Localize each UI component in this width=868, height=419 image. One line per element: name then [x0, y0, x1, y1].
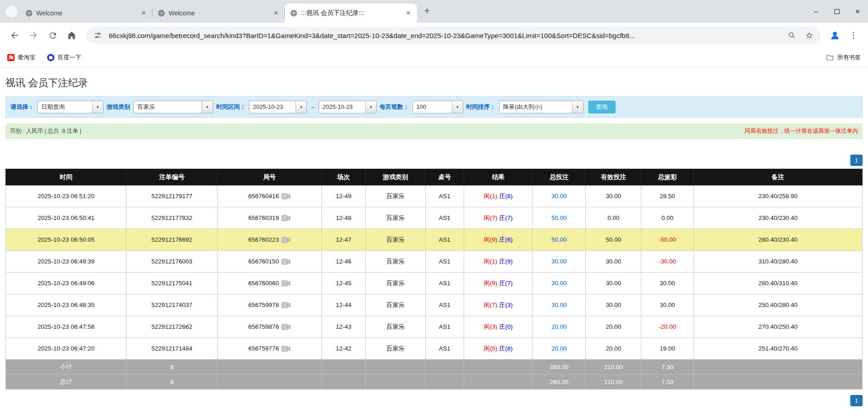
total-bet-link[interactable]: 20.00: [551, 345, 567, 352]
cell-game-type: 百家乐: [365, 294, 425, 316]
chevron-down-icon[interactable]: ▼: [92, 101, 103, 113]
zoom-icon[interactable]: [786, 29, 798, 42]
table-row[interactable]: 2025-10-23 06:49:06522912175041656760060…: [6, 273, 863, 294]
cell-round-id: 656760223: [217, 229, 322, 251]
chevron-down-icon[interactable]: ▼: [365, 101, 376, 113]
page-button-1[interactable]: 1: [850, 155, 863, 166]
home-icon[interactable]: [63, 27, 80, 44]
bookmark-star-icon[interactable]: [803, 29, 815, 42]
tab-search-button[interactable]: [5, 5, 17, 17]
url-bar[interactable]: 66cxkj98.com/game/betrecord_search/kind3…: [86, 27, 821, 44]
menu-kebab-icon[interactable]: [845, 27, 862, 44]
close-tab-icon[interactable]: ✕: [404, 9, 412, 17]
total-bet-link[interactable]: 30.00: [551, 193, 567, 200]
forward-icon[interactable]: [25, 27, 42, 44]
tab-bet-record[interactable]: :::视讯 会员下注纪录::: ✕: [285, 4, 417, 23]
bookmark-baidu[interactable]: 百度一下: [47, 54, 81, 62]
per-page-select[interactable]: 100 ▼: [412, 101, 463, 113]
cell-session: 12-42: [322, 338, 365, 360]
close-window-button[interactable]: ✕: [847, 0, 868, 23]
total-bet-link[interactable]: 30.00: [551, 280, 567, 287]
table-row[interactable]: 2025-10-23 06:48:35522912174037656759978…: [6, 294, 863, 316]
round-id-text: 656759776: [248, 345, 279, 352]
new-tab-button[interactable]: +: [421, 5, 433, 18]
baidu-favicon: [47, 54, 54, 61]
profile-avatar-icon[interactable]: [827, 28, 843, 43]
sort-select[interactable]: 降幂(由大到小) ▼: [499, 101, 583, 113]
cell-game-type: 百家乐: [365, 207, 425, 229]
cell-valid-bet: 30.00: [586, 185, 641, 207]
payout-value: 28.50: [660, 193, 675, 200]
cell-remark: 310.40/280.40: [693, 251, 862, 273]
chevron-down-icon[interactable]: ▼: [202, 101, 213, 113]
total-bet-link[interactable]: 20.00: [551, 323, 567, 330]
table-row[interactable]: 2025-10-23 06:47:20522912171484656759776…: [6, 338, 863, 360]
table-row[interactable]: 2025-10-23 06:49:39522912176003656760150…: [6, 251, 863, 273]
total-bet-link[interactable]: 50.00: [551, 214, 567, 221]
subtotal-total-bet: 260.00: [533, 360, 586, 375]
cell-result: 闲(3) 庄(0): [464, 316, 533, 338]
video-icon[interactable]: [281, 302, 291, 308]
total-bet-link[interactable]: 30.00: [551, 258, 567, 265]
round-id-text: 656759978: [248, 302, 279, 308]
cell-game-type: 百家乐: [365, 316, 425, 338]
window-controls: ─ ✕: [805, 0, 868, 23]
query-type-select[interactable]: 日期查询 ▼: [37, 101, 103, 113]
reload-icon[interactable]: [44, 27, 61, 44]
date-start-picker[interactable]: 2025-10-23 ▼: [249, 101, 307, 113]
table-row[interactable]: 2025-10-23 06:50:41522912177832656760319…: [6, 207, 863, 229]
video-icon[interactable]: [281, 324, 291, 330]
game-type-select[interactable]: 百家乐 ▼: [133, 101, 213, 113]
minimize-button[interactable]: ─: [805, 0, 826, 23]
url-text: 66cxkj98.com/game/betrecord_search/kind3…: [109, 32, 781, 39]
subtotal-payout: 7.50: [641, 360, 693, 375]
cell-remark: 280.40/230.40: [693, 229, 862, 251]
video-icon[interactable]: [281, 193, 291, 200]
cell-total-bet: 20.00: [533, 338, 586, 360]
chevron-down-icon[interactable]: ▼: [572, 101, 583, 113]
cell-table-no: AS1: [426, 229, 464, 251]
maximize-button[interactable]: [826, 0, 847, 23]
site-info-icon[interactable]: [92, 29, 104, 42]
column-header-5: 桌号: [426, 169, 464, 185]
column-header-2: 局号: [217, 169, 322, 185]
table-row[interactable]: 2025-10-23 06:51:20522912179177656760416…: [6, 185, 863, 207]
sort-label: 时间排序：: [466, 103, 496, 111]
table-row[interactable]: 2025-10-23 06:50:05522912176692656760223…: [6, 229, 863, 251]
result-banker: 庄(7): [499, 214, 513, 221]
result-banker: 庄(3): [499, 302, 513, 308]
close-tab-icon[interactable]: ✕: [272, 9, 280, 17]
subtotal-label: 小计: [6, 360, 126, 375]
payout-value: 0.00: [661, 214, 673, 221]
bookmarks-bar: 淘 爱淘宝 百度一下 所有书签: [0, 48, 868, 67]
back-icon[interactable]: [6, 27, 23, 44]
video-icon[interactable]: [281, 237, 291, 243]
total-bet-link[interactable]: 30.00: [551, 302, 567, 308]
cell-bet-id: 522912172662: [126, 316, 217, 338]
column-header-1: 注单编号: [126, 169, 217, 185]
column-header-10: 备注: [693, 169, 862, 185]
video-icon[interactable]: [281, 258, 291, 265]
cell-time: 2025-10-23 06:49:06: [6, 273, 126, 294]
tab-welcome-1[interactable]: Welcome ✕: [20, 4, 152, 23]
all-bookmarks-label: 所有书签: [837, 54, 861, 62]
date-range-label: 时间区间：: [216, 103, 246, 111]
date-end-picker[interactable]: 2025-10-23 ▼: [319, 101, 377, 113]
chevron-down-icon[interactable]: ▼: [452, 101, 463, 113]
total-bet-link[interactable]: 50.00: [551, 236, 567, 243]
close-tab-icon[interactable]: ✕: [140, 9, 148, 17]
cell-total-bet: 30.00: [533, 251, 586, 273]
chevron-down-icon[interactable]: ▼: [296, 101, 306, 113]
table-row[interactable]: 2025-10-23 06:47:56522912172662656759876…: [6, 316, 863, 338]
tab-welcome-2[interactable]: Welcome ✕: [152, 4, 285, 23]
all-bookmarks-button[interactable]: 所有书签: [826, 54, 861, 62]
video-icon[interactable]: [281, 346, 291, 352]
page-button-1[interactable]: 1: [850, 395, 863, 406]
query-button[interactable]: 查询: [588, 101, 616, 113]
video-icon[interactable]: [281, 215, 291, 221]
bookmark-aitaobao[interactable]: 淘 爱淘宝: [7, 54, 35, 62]
result-banker: 庄(8): [499, 193, 513, 200]
cell-total-bet: 30.00: [533, 185, 586, 207]
tab-title: Welcome: [169, 10, 268, 17]
video-icon[interactable]: [281, 280, 291, 287]
